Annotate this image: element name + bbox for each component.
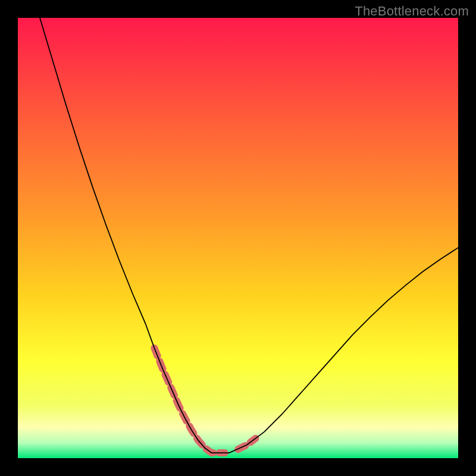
plot-svg: [18, 18, 458, 458]
chart-frame: TheBottleneck.com: [0, 0, 476, 476]
gradient-background: [18, 18, 458, 458]
plot-area: [18, 18, 458, 458]
watermark-text: TheBottleneck.com: [355, 4, 469, 19]
